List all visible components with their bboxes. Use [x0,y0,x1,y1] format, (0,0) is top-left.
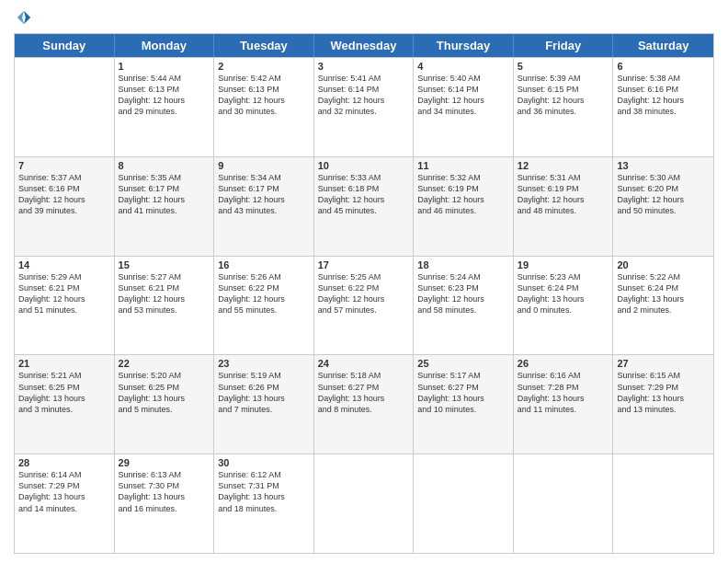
calendar-cell: 13Sunrise: 5:30 AM Sunset: 6:20 PM Dayli… [613,157,713,256]
weekday-header: Wednesday [314,34,415,57]
cell-sun-info: Sunrise: 5:32 AM Sunset: 6:19 PM Dayligh… [417,172,509,217]
day-number: 7 [18,160,110,171]
calendar-cell [15,58,115,156]
cell-sun-info: Sunrise: 5:24 AM Sunset: 6:23 PM Dayligh… [417,271,509,316]
day-number: 9 [218,160,310,171]
calendar-cell [613,454,713,553]
weekday-header: Sunday [15,34,115,57]
cell-sun-info: Sunrise: 6:16 AM Sunset: 7:28 PM Dayligh… [518,370,609,415]
cell-sun-info: Sunrise: 5:18 AM Sunset: 6:27 PM Dayligh… [318,370,410,415]
day-number: 17 [318,259,410,270]
weekday-header: Monday [115,34,215,57]
calendar-cell: 10Sunrise: 5:33 AM Sunset: 6:18 PM Dayli… [314,157,415,256]
calendar-cell: 2Sunrise: 5:42 AM Sunset: 6:13 PM Daylig… [214,58,314,156]
header [14,9,714,26]
calendar-cell: 29Sunrise: 6:13 AM Sunset: 7:30 PM Dayli… [115,454,215,553]
calendar-row: 14Sunrise: 5:29 AM Sunset: 6:21 PM Dayli… [15,256,713,355]
cell-sun-info: Sunrise: 5:44 AM Sunset: 6:13 PM Dayligh… [119,73,210,118]
cell-sun-info: Sunrise: 5:19 AM Sunset: 6:26 PM Dayligh… [218,370,310,415]
calendar-cell: 14Sunrise: 5:29 AM Sunset: 6:21 PM Dayli… [15,257,115,355]
cell-sun-info: Sunrise: 5:35 AM Sunset: 6:17 PM Dayligh… [119,172,210,217]
calendar-cell: 18Sunrise: 5:24 AM Sunset: 6:23 PM Dayli… [414,257,514,355]
day-number: 15 [119,259,210,270]
cell-sun-info: Sunrise: 5:21 AM Sunset: 6:25 PM Dayligh… [18,370,110,415]
calendar-cell: 3Sunrise: 5:41 AM Sunset: 6:14 PM Daylig… [314,58,415,156]
calendar: SundayMondayTuesdayWednesdayThursdayFrid… [14,33,714,554]
day-number: 8 [119,160,210,171]
day-number: 20 [617,259,710,270]
calendar-row: 28Sunrise: 6:14 AM Sunset: 7:29 PM Dayli… [15,454,713,553]
day-number: 21 [18,358,110,369]
weekday-header: Saturday [613,34,713,57]
day-number: 22 [119,358,210,369]
day-number: 30 [218,457,310,468]
calendar-cell: 22Sunrise: 5:20 AM Sunset: 6:25 PM Dayli… [115,355,215,454]
cell-sun-info: Sunrise: 5:20 AM Sunset: 6:25 PM Dayligh… [119,370,210,415]
logo [14,9,32,26]
calendar-cell: 11Sunrise: 5:32 AM Sunset: 6:19 PM Dayli… [414,157,514,256]
day-number: 26 [518,358,609,369]
calendar-cell: 26Sunrise: 6:16 AM Sunset: 7:28 PM Dayli… [514,355,614,454]
cell-sun-info: Sunrise: 5:39 AM Sunset: 6:15 PM Dayligh… [518,73,609,118]
day-number: 24 [318,358,410,369]
calendar-cell: 1Sunrise: 5:44 AM Sunset: 6:13 PM Daylig… [115,58,215,156]
cell-sun-info: Sunrise: 5:31 AM Sunset: 6:19 PM Dayligh… [518,172,609,217]
day-number: 25 [417,358,509,369]
svg-marker-0 [24,11,30,24]
cell-sun-info: Sunrise: 5:37 AM Sunset: 6:16 PM Dayligh… [18,172,110,217]
day-number: 29 [119,457,210,468]
day-number: 4 [417,61,509,72]
cell-sun-info: Sunrise: 5:27 AM Sunset: 6:21 PM Dayligh… [119,271,210,316]
day-number: 6 [617,61,710,72]
calendar-cell: 25Sunrise: 5:17 AM Sunset: 6:27 PM Dayli… [414,355,514,454]
weekday-header: Thursday [414,34,514,57]
calendar-cell: 21Sunrise: 5:21 AM Sunset: 6:25 PM Dayli… [15,355,115,454]
calendar-row: 21Sunrise: 5:21 AM Sunset: 6:25 PM Dayli… [15,354,713,454]
day-number: 14 [18,259,110,270]
calendar-cell: 8Sunrise: 5:35 AM Sunset: 6:17 PM Daylig… [115,157,215,256]
calendar-cell: 9Sunrise: 5:34 AM Sunset: 6:17 PM Daylig… [214,157,314,256]
calendar-cell: 19Sunrise: 5:23 AM Sunset: 6:24 PM Dayli… [514,257,614,355]
day-number: 3 [318,61,410,72]
cell-sun-info: Sunrise: 5:30 AM Sunset: 6:20 PM Dayligh… [617,172,710,217]
day-number: 27 [617,358,710,369]
day-number: 1 [119,61,210,72]
cell-sun-info: Sunrise: 5:34 AM Sunset: 6:17 PM Dayligh… [218,172,310,217]
day-number: 11 [417,160,509,171]
day-number: 12 [518,160,609,171]
weekday-header: Friday [514,34,614,57]
calendar-cell: 17Sunrise: 5:25 AM Sunset: 6:22 PM Dayli… [314,257,415,355]
cell-sun-info: Sunrise: 5:22 AM Sunset: 6:24 PM Dayligh… [617,271,710,316]
calendar-cell: 12Sunrise: 5:31 AM Sunset: 6:19 PM Dayli… [514,157,614,256]
calendar-cell: 24Sunrise: 5:18 AM Sunset: 6:27 PM Dayli… [314,355,415,454]
calendar-cell: 23Sunrise: 5:19 AM Sunset: 6:26 PM Dayli… [214,355,314,454]
logo-icon [16,9,32,26]
calendar-cell: 5Sunrise: 5:39 AM Sunset: 6:15 PM Daylig… [514,58,614,156]
cell-sun-info: Sunrise: 5:17 AM Sunset: 6:27 PM Dayligh… [417,370,509,415]
day-number: 19 [518,259,609,270]
calendar-cell: 30Sunrise: 6:12 AM Sunset: 7:31 PM Dayli… [214,454,314,553]
cell-sun-info: Sunrise: 5:26 AM Sunset: 6:22 PM Dayligh… [218,271,310,316]
cell-sun-info: Sunrise: 5:23 AM Sunset: 6:24 PM Dayligh… [518,271,609,316]
calendar-cell: 28Sunrise: 6:14 AM Sunset: 7:29 PM Dayli… [15,454,115,553]
cell-sun-info: Sunrise: 6:13 AM Sunset: 7:30 PM Dayligh… [119,469,210,514]
day-number: 16 [218,259,310,270]
calendar-row: 1Sunrise: 5:44 AM Sunset: 6:13 PM Daylig… [15,57,713,156]
day-number: 5 [518,61,609,72]
day-number: 10 [318,160,410,171]
calendar-cell: 16Sunrise: 5:26 AM Sunset: 6:22 PM Dayli… [214,257,314,355]
day-number: 13 [617,160,710,171]
calendar-cell: 27Sunrise: 6:15 AM Sunset: 7:29 PM Dayli… [613,355,713,454]
cell-sun-info: Sunrise: 5:42 AM Sunset: 6:13 PM Dayligh… [218,73,310,118]
calendar-header: SundayMondayTuesdayWednesdayThursdayFrid… [15,34,713,57]
cell-sun-info: Sunrise: 5:38 AM Sunset: 6:16 PM Dayligh… [617,73,710,118]
day-number: 23 [218,358,310,369]
cell-sun-info: Sunrise: 5:29 AM Sunset: 6:21 PM Dayligh… [18,271,110,316]
day-number: 2 [218,61,310,72]
calendar-cell: 15Sunrise: 5:27 AM Sunset: 6:21 PM Dayli… [115,257,215,355]
calendar-row: 7Sunrise: 5:37 AM Sunset: 6:16 PM Daylig… [15,156,713,256]
weekday-header: Tuesday [214,34,314,57]
cell-sun-info: Sunrise: 6:12 AM Sunset: 7:31 PM Dayligh… [218,469,310,514]
cell-sun-info: Sunrise: 5:41 AM Sunset: 6:14 PM Dayligh… [318,73,410,118]
svg-marker-1 [17,11,24,24]
